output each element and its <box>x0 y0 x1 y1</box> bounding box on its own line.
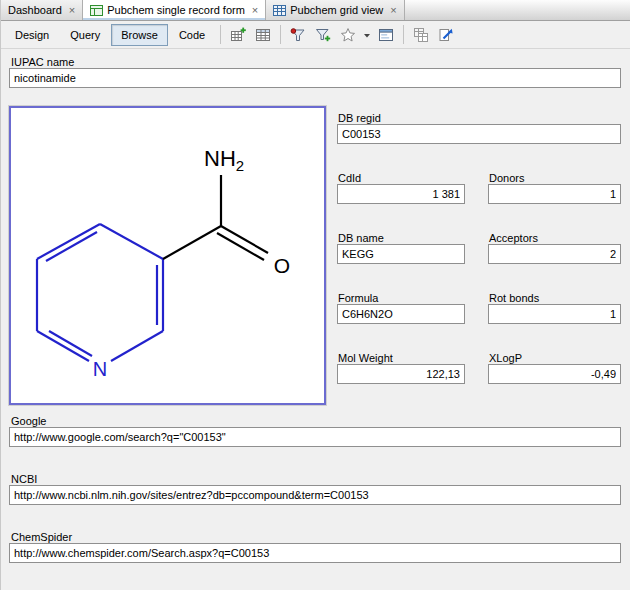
amide-bonds <box>163 175 268 260</box>
ncbi-url-field[interactable] <box>9 485 621 505</box>
grid-stack-icon[interactable] <box>409 23 433 47</box>
google-url-field[interactable] <box>9 427 621 447</box>
main-toolbar: Design Query Browse Code <box>1 21 630 49</box>
table-icon[interactable] <box>251 23 275 47</box>
google-label: Google <box>11 415 46 427</box>
formula-field[interactable] <box>337 304 465 324</box>
db-regid-field[interactable] <box>337 124 621 144</box>
db-regid-label: DB regid <box>338 112 381 124</box>
form-view-icon[interactable] <box>374 23 398 47</box>
favorites-star-icon[interactable] <box>336 23 360 47</box>
browse-button[interactable]: Browse <box>111 24 168 46</box>
toolbar-separator <box>280 25 281 44</box>
iupac-name-field[interactable] <box>9 68 621 88</box>
mol-weight-label: Mol Weight <box>338 352 393 364</box>
close-icon[interactable]: × <box>390 5 396 15</box>
db-name-field[interactable] <box>337 244 465 264</box>
open-grid-view-icon[interactable] <box>434 23 458 47</box>
xlogp-field[interactable] <box>488 364 621 384</box>
application-window: Dashboard × Pubchem single record form × <box>0 0 630 590</box>
design-button[interactable]: Design <box>5 24 59 46</box>
grid-document-icon <box>273 4 286 17</box>
new-table-icon[interactable] <box>226 23 250 47</box>
xlogp-label: XLogP <box>489 352 522 364</box>
ring-nitrogen-label: N <box>93 358 107 380</box>
close-icon[interactable]: × <box>69 5 75 15</box>
cdid-field[interactable] <box>337 184 465 204</box>
ncbi-label: NCBI <box>11 473 37 485</box>
record-form: IUPAC name N <box>1 49 630 590</box>
molecule-drawing: N NH2 O <box>11 108 324 403</box>
filter-red-icon[interactable] <box>286 23 310 47</box>
db-name-label: DB name <box>338 232 384 244</box>
rot-bonds-label: Rot bonds <box>489 292 539 304</box>
code-button[interactable]: Code <box>169 24 215 46</box>
amide-nh2-label: NH2 <box>204 146 244 174</box>
pyridine-ring <box>37 224 163 361</box>
rot-bonds-field[interactable] <box>488 304 621 324</box>
tab-pubchem-grid-view[interactable]: Pubchem grid view × <box>266 0 404 20</box>
iupac-name-label: IUPAC name <box>11 56 74 68</box>
favorites-caret-icon[interactable] <box>361 23 373 47</box>
cdid-label: CdId <box>338 172 361 184</box>
chemspider-url-field[interactable] <box>9 543 621 563</box>
tab-dashboard[interactable]: Dashboard × <box>1 0 83 20</box>
close-icon[interactable]: × <box>252 5 258 15</box>
carbonyl-oxygen-label: O <box>274 254 290 277</box>
donors-field[interactable] <box>488 184 621 204</box>
document-tabbar: Dashboard × Pubchem single record form × <box>1 0 630 21</box>
query-button[interactable]: Query <box>60 24 110 46</box>
tab-label: Dashboard <box>8 4 62 16</box>
form-document-icon <box>90 4 103 17</box>
toolbar-separator <box>403 25 404 44</box>
acceptors-field[interactable] <box>488 244 621 264</box>
toolbar-separator <box>220 25 221 44</box>
formula-label: Formula <box>338 292 378 304</box>
tab-pubchem-single-record-form[interactable]: Pubchem single record form × <box>83 0 266 20</box>
filter-plus-icon[interactable] <box>311 23 335 47</box>
tab-label: Pubchem single record form <box>107 4 245 16</box>
donors-label: Donors <box>489 172 524 184</box>
acceptors-label: Acceptors <box>489 232 538 244</box>
mol-weight-field[interactable] <box>337 364 465 384</box>
structure-field[interactable]: N NH2 O <box>9 106 326 405</box>
tab-label: Pubchem grid view <box>290 4 383 16</box>
chemspider-label: ChemSpider <box>11 531 72 543</box>
